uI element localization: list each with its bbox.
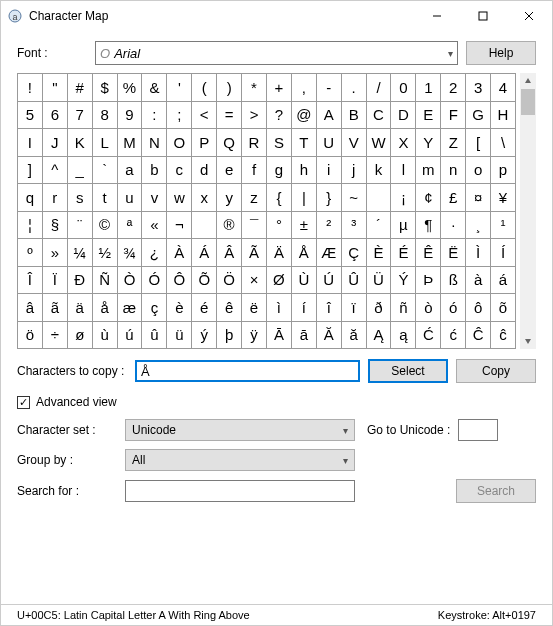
character-cell[interactable]: * (242, 74, 267, 102)
character-cell[interactable]: \ (491, 129, 516, 157)
character-cell[interactable]: ? (267, 102, 292, 130)
character-cell[interactable]: w (167, 184, 192, 212)
character-cell[interactable]: Ç (342, 239, 367, 267)
character-cell[interactable]: Ą (367, 322, 392, 350)
character-cell[interactable]: « (142, 212, 167, 240)
scroll-thumb[interactable] (521, 89, 535, 115)
character-cell[interactable]: m (416, 157, 441, 185)
character-cell[interactable]: Ù (292, 267, 317, 295)
character-cell[interactable]: ý (192, 322, 217, 350)
character-cell[interactable]: ¦ (18, 212, 43, 240)
character-cell[interactable]: § (43, 212, 68, 240)
character-cell[interactable]: v (142, 184, 167, 212)
character-cell[interactable]: N (142, 129, 167, 157)
character-cell[interactable]: ù (93, 322, 118, 350)
character-cell[interactable]: ¤ (466, 184, 491, 212)
select-button[interactable]: Select (368, 359, 448, 383)
character-cell[interactable]: ¸ (466, 212, 491, 240)
character-cell[interactable]: X (391, 129, 416, 157)
character-cell[interactable]: h (292, 157, 317, 185)
character-cell[interactable]: Ð (68, 267, 93, 295)
character-cell[interactable]: ¿ (142, 239, 167, 267)
character-cell[interactable]: { (267, 184, 292, 212)
character-cell[interactable]: s (68, 184, 93, 212)
character-cell[interactable]: # (68, 74, 93, 102)
character-cell[interactable]: ¡ (391, 184, 416, 212)
character-cell[interactable]: Æ (317, 239, 342, 267)
character-cell[interactable]: ø (68, 322, 93, 350)
character-cell[interactable]: ¶ (416, 212, 441, 240)
character-cell[interactable]: | (292, 184, 317, 212)
character-cell[interactable]: 7 (68, 102, 93, 130)
character-cell[interactable]: ĉ (491, 322, 516, 350)
character-cell[interactable]: % (118, 74, 143, 102)
character-cell[interactable]: 0 (391, 74, 416, 102)
character-cell[interactable]: Û (342, 267, 367, 295)
character-cell[interactable]: g (267, 157, 292, 185)
groupby-select[interactable]: All ▾ (125, 449, 355, 471)
character-cell[interactable]: = (217, 102, 242, 130)
character-cell[interactable]: Å (292, 239, 317, 267)
character-cell[interactable]: o (466, 157, 491, 185)
character-cell[interactable]: ò (416, 294, 441, 322)
character-cell[interactable]: 5 (18, 102, 43, 130)
character-cell[interactable]: t (93, 184, 118, 212)
character-cell[interactable]: ± (292, 212, 317, 240)
character-cell[interactable]: æ (118, 294, 143, 322)
character-cell[interactable]: j (342, 157, 367, 185)
character-cell[interactable]: n (441, 157, 466, 185)
character-cell[interactable]: J (43, 129, 68, 157)
character-cell[interactable]: Ö (217, 267, 242, 295)
character-cell[interactable]: Ñ (93, 267, 118, 295)
character-cell[interactable]: à (466, 267, 491, 295)
character-cell[interactable]: Õ (192, 267, 217, 295)
character-cell[interactable]: ) (217, 74, 242, 102)
character-cell[interactable]: Ý (391, 267, 416, 295)
character-cell[interactable]: I (18, 129, 43, 157)
character-cell[interactable]: Î (18, 267, 43, 295)
character-cell[interactable]: ® (217, 212, 242, 240)
character-cell[interactable]: c (167, 157, 192, 185)
character-cell[interactable]: ā (292, 322, 317, 350)
copy-button[interactable]: Copy (456, 359, 536, 383)
character-cell[interactable]: : (142, 102, 167, 130)
character-cell[interactable]: ³ (342, 212, 367, 240)
character-cell[interactable]: k (367, 157, 392, 185)
character-cell[interactable]: Á (192, 239, 217, 267)
character-cell[interactable]: @ (292, 102, 317, 130)
character-cell[interactable]: 1 (416, 74, 441, 102)
scroll-down-icon[interactable] (520, 333, 536, 349)
goto-unicode-input[interactable] (458, 419, 498, 441)
character-cell[interactable]: ¹ (491, 212, 516, 240)
character-cell[interactable]: D (391, 102, 416, 130)
character-cell[interactable]: 4 (491, 74, 516, 102)
character-cell[interactable]: z (242, 184, 267, 212)
character-cell[interactable]: Ø (267, 267, 292, 295)
character-cell[interactable]: ¨ (68, 212, 93, 240)
character-cell[interactable]: ¼ (68, 239, 93, 267)
character-cell[interactable]: Ü (367, 267, 392, 295)
character-cell[interactable]: $ (93, 74, 118, 102)
character-cell[interactable]: é (192, 294, 217, 322)
scroll-up-icon[interactable] (520, 73, 536, 89)
character-cell[interactable]: E (416, 102, 441, 130)
character-cell[interactable]: } (317, 184, 342, 212)
character-cell[interactable]: í (292, 294, 317, 322)
character-cell[interactable]: f (242, 157, 267, 185)
character-cell[interactable]: x (192, 184, 217, 212)
character-cell[interactable]: K (68, 129, 93, 157)
character-cell[interactable]: â (18, 294, 43, 322)
character-cell[interactable]: ü (167, 322, 192, 350)
character-cell[interactable]: ¥ (491, 184, 516, 212)
character-cell[interactable]: ª (118, 212, 143, 240)
scroll-track[interactable] (520, 89, 536, 333)
character-cell[interactable]: 6 (43, 102, 68, 130)
character-cell[interactable]: ! (18, 74, 43, 102)
character-cell[interactable]: R (242, 129, 267, 157)
character-cell[interactable]: ¬ (167, 212, 192, 240)
character-cell[interactable]: ² (317, 212, 342, 240)
character-cell[interactable]: û (142, 322, 167, 350)
character-cell[interactable]: B (342, 102, 367, 130)
character-cell[interactable]: Ú (317, 267, 342, 295)
character-cell[interactable]: £ (441, 184, 466, 212)
